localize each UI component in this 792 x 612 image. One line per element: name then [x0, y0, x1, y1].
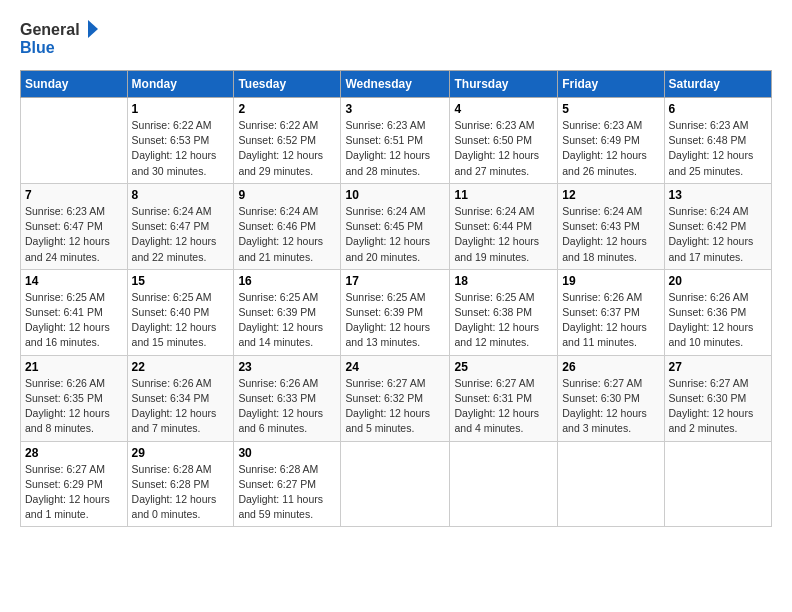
day-info: Sunrise: 6:22 AM Sunset: 6:53 PM Dayligh…	[132, 118, 230, 179]
calendar-cell: 20Sunrise: 6:26 AM Sunset: 6:36 PM Dayli…	[664, 269, 771, 355]
day-number: 16	[238, 274, 336, 288]
day-info: Sunrise: 6:27 AM Sunset: 6:30 PM Dayligh…	[562, 376, 659, 437]
day-number: 21	[25, 360, 123, 374]
day-number: 25	[454, 360, 553, 374]
calendar-cell: 25Sunrise: 6:27 AM Sunset: 6:31 PM Dayli…	[450, 355, 558, 441]
day-number: 6	[669, 102, 767, 116]
day-info: Sunrise: 6:23 AM Sunset: 6:51 PM Dayligh…	[345, 118, 445, 179]
calendar-cell: 11Sunrise: 6:24 AM Sunset: 6:44 PM Dayli…	[450, 183, 558, 269]
calendar-cell: 9Sunrise: 6:24 AM Sunset: 6:46 PM Daylig…	[234, 183, 341, 269]
calendar-cell: 29Sunrise: 6:28 AM Sunset: 6:28 PM Dayli…	[127, 441, 234, 527]
day-info: Sunrise: 6:22 AM Sunset: 6:52 PM Dayligh…	[238, 118, 336, 179]
svg-text:General: General	[20, 21, 80, 38]
day-info: Sunrise: 6:24 AM Sunset: 6:45 PM Dayligh…	[345, 204, 445, 265]
calendar-cell: 10Sunrise: 6:24 AM Sunset: 6:45 PM Dayli…	[341, 183, 450, 269]
weekday-header: Sunday	[21, 71, 128, 98]
day-info: Sunrise: 6:27 AM Sunset: 6:29 PM Dayligh…	[25, 462, 123, 523]
day-number: 20	[669, 274, 767, 288]
calendar-cell	[21, 98, 128, 184]
day-info: Sunrise: 6:26 AM Sunset: 6:34 PM Dayligh…	[132, 376, 230, 437]
day-info: Sunrise: 6:24 AM Sunset: 6:43 PM Dayligh…	[562, 204, 659, 265]
day-info: Sunrise: 6:25 AM Sunset: 6:39 PM Dayligh…	[345, 290, 445, 351]
svg-marker-2	[88, 20, 98, 38]
calendar-cell: 12Sunrise: 6:24 AM Sunset: 6:43 PM Dayli…	[558, 183, 664, 269]
calendar-cell: 30Sunrise: 6:28 AM Sunset: 6:27 PM Dayli…	[234, 441, 341, 527]
calendar-cell: 28Sunrise: 6:27 AM Sunset: 6:29 PM Dayli…	[21, 441, 128, 527]
calendar-week-row: 1Sunrise: 6:22 AM Sunset: 6:53 PM Daylig…	[21, 98, 772, 184]
day-number: 22	[132, 360, 230, 374]
calendar-week-row: 7Sunrise: 6:23 AM Sunset: 6:47 PM Daylig…	[21, 183, 772, 269]
weekday-header: Saturday	[664, 71, 771, 98]
calendar-cell: 14Sunrise: 6:25 AM Sunset: 6:41 PM Dayli…	[21, 269, 128, 355]
day-number: 12	[562, 188, 659, 202]
calendar-cell: 22Sunrise: 6:26 AM Sunset: 6:34 PM Dayli…	[127, 355, 234, 441]
day-info: Sunrise: 6:23 AM Sunset: 6:47 PM Dayligh…	[25, 204, 123, 265]
calendar-cell	[450, 441, 558, 527]
calendar-cell: 27Sunrise: 6:27 AM Sunset: 6:30 PM Dayli…	[664, 355, 771, 441]
day-number: 29	[132, 446, 230, 460]
calendar-cell: 15Sunrise: 6:25 AM Sunset: 6:40 PM Dayli…	[127, 269, 234, 355]
day-number: 8	[132, 188, 230, 202]
calendar-cell: 17Sunrise: 6:25 AM Sunset: 6:39 PM Dayli…	[341, 269, 450, 355]
day-number: 15	[132, 274, 230, 288]
logo: GeneralBlue	[20, 15, 100, 60]
day-number: 9	[238, 188, 336, 202]
calendar-cell: 21Sunrise: 6:26 AM Sunset: 6:35 PM Dayli…	[21, 355, 128, 441]
day-number: 19	[562, 274, 659, 288]
day-number: 28	[25, 446, 123, 460]
logo-svg: GeneralBlue	[20, 15, 100, 60]
day-number: 10	[345, 188, 445, 202]
calendar-cell	[341, 441, 450, 527]
page-container: GeneralBlue SundayMondayTuesdayWednesday…	[0, 0, 792, 537]
day-info: Sunrise: 6:27 AM Sunset: 6:32 PM Dayligh…	[345, 376, 445, 437]
calendar-cell: 23Sunrise: 6:26 AM Sunset: 6:33 PM Dayli…	[234, 355, 341, 441]
weekday-header: Thursday	[450, 71, 558, 98]
day-number: 11	[454, 188, 553, 202]
day-number: 3	[345, 102, 445, 116]
day-info: Sunrise: 6:24 AM Sunset: 6:42 PM Dayligh…	[669, 204, 767, 265]
calendar-cell: 3Sunrise: 6:23 AM Sunset: 6:51 PM Daylig…	[341, 98, 450, 184]
weekday-header: Friday	[558, 71, 664, 98]
header: GeneralBlue	[20, 15, 772, 60]
calendar-cell	[664, 441, 771, 527]
weekday-header: Monday	[127, 71, 234, 98]
day-number: 30	[238, 446, 336, 460]
calendar-cell: 24Sunrise: 6:27 AM Sunset: 6:32 PM Dayli…	[341, 355, 450, 441]
day-info: Sunrise: 6:26 AM Sunset: 6:36 PM Dayligh…	[669, 290, 767, 351]
weekday-header: Tuesday	[234, 71, 341, 98]
calendar-week-row: 28Sunrise: 6:27 AM Sunset: 6:29 PM Dayli…	[21, 441, 772, 527]
day-info: Sunrise: 6:25 AM Sunset: 6:38 PM Dayligh…	[454, 290, 553, 351]
day-number: 26	[562, 360, 659, 374]
day-number: 27	[669, 360, 767, 374]
day-info: Sunrise: 6:24 AM Sunset: 6:44 PM Dayligh…	[454, 204, 553, 265]
calendar-cell: 5Sunrise: 6:23 AM Sunset: 6:49 PM Daylig…	[558, 98, 664, 184]
day-number: 1	[132, 102, 230, 116]
calendar-cell: 26Sunrise: 6:27 AM Sunset: 6:30 PM Dayli…	[558, 355, 664, 441]
calendar-cell: 1Sunrise: 6:22 AM Sunset: 6:53 PM Daylig…	[127, 98, 234, 184]
day-number: 13	[669, 188, 767, 202]
day-info: Sunrise: 6:26 AM Sunset: 6:33 PM Dayligh…	[238, 376, 336, 437]
calendar-cell: 19Sunrise: 6:26 AM Sunset: 6:37 PM Dayli…	[558, 269, 664, 355]
day-info: Sunrise: 6:24 AM Sunset: 6:46 PM Dayligh…	[238, 204, 336, 265]
day-number: 24	[345, 360, 445, 374]
day-info: Sunrise: 6:26 AM Sunset: 6:35 PM Dayligh…	[25, 376, 123, 437]
day-number: 2	[238, 102, 336, 116]
day-info: Sunrise: 6:28 AM Sunset: 6:28 PM Dayligh…	[132, 462, 230, 523]
day-info: Sunrise: 6:25 AM Sunset: 6:39 PM Dayligh…	[238, 290, 336, 351]
header-row: SundayMondayTuesdayWednesdayThursdayFrid…	[21, 71, 772, 98]
weekday-header: Wednesday	[341, 71, 450, 98]
calendar-cell: 18Sunrise: 6:25 AM Sunset: 6:38 PM Dayli…	[450, 269, 558, 355]
calendar-cell	[558, 441, 664, 527]
day-number: 18	[454, 274, 553, 288]
day-number: 14	[25, 274, 123, 288]
day-number: 7	[25, 188, 123, 202]
day-info: Sunrise: 6:27 AM Sunset: 6:31 PM Dayligh…	[454, 376, 553, 437]
calendar-cell: 8Sunrise: 6:24 AM Sunset: 6:47 PM Daylig…	[127, 183, 234, 269]
calendar-body: 1Sunrise: 6:22 AM Sunset: 6:53 PM Daylig…	[21, 98, 772, 527]
calendar-header: SundayMondayTuesdayWednesdayThursdayFrid…	[21, 71, 772, 98]
day-number: 23	[238, 360, 336, 374]
day-info: Sunrise: 6:23 AM Sunset: 6:48 PM Dayligh…	[669, 118, 767, 179]
day-number: 5	[562, 102, 659, 116]
day-info: Sunrise: 6:26 AM Sunset: 6:37 PM Dayligh…	[562, 290, 659, 351]
calendar-table: SundayMondayTuesdayWednesdayThursdayFrid…	[20, 70, 772, 527]
